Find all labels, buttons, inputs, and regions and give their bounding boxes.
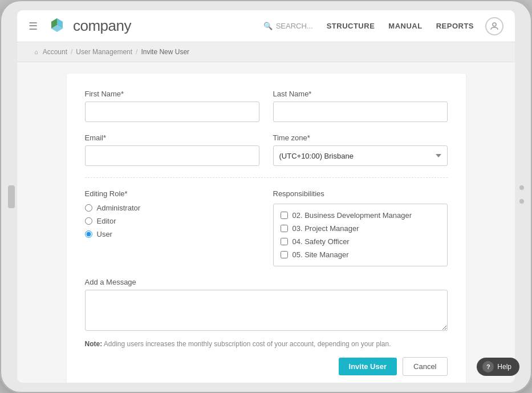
last-name-label: Last Name* bbox=[273, 90, 448, 98]
responsibility-2[interactable]: 04. Safety Officer bbox=[278, 235, 442, 248]
email-input[interactable] bbox=[85, 145, 259, 166]
responsibility-2-label: 04. Safety Officer bbox=[293, 237, 350, 246]
editing-role-section: Editing Role* Administrator Editor bbox=[85, 189, 259, 266]
company-logo bbox=[47, 16, 67, 37]
timezone-group: Time zone* (UTC+10:00) Brisbane (UTC+10:… bbox=[273, 133, 448, 166]
home-icon: ⌂ bbox=[34, 48, 38, 55]
name-row: First Name* Last Name* bbox=[85, 90, 448, 122]
role-administrator-input[interactable] bbox=[85, 204, 92, 212]
message-section: Add a Message bbox=[85, 278, 448, 331]
role-administrator-label: Administrator bbox=[97, 204, 141, 212]
email-timezone-row: Email* Time zone* (UTC+10:00) Brisbane (… bbox=[85, 133, 448, 166]
breadcrumb: ⌂ Account / User Management / Invite New… bbox=[17, 42, 515, 62]
email-label: Email* bbox=[85, 133, 259, 142]
help-label: Help bbox=[497, 363, 511, 371]
form-card: First Name* Last Name* Email* T bbox=[67, 74, 466, 383]
nav-reports[interactable]: REPORTS bbox=[431, 19, 480, 33]
breadcrumb-sep-1: / bbox=[71, 48, 72, 56]
editing-role-title: Editing Role* bbox=[85, 189, 259, 198]
role-administrator[interactable]: Administrator bbox=[85, 204, 259, 212]
breadcrumb-current: Invite New User bbox=[141, 48, 189, 56]
cancel-button[interactable]: Cancel bbox=[403, 357, 447, 376]
search-label: SEARCH... bbox=[276, 22, 313, 30]
role-editor[interactable]: Editor bbox=[85, 217, 259, 225]
note-bold: Note: bbox=[85, 340, 103, 348]
section-divider bbox=[85, 177, 448, 178]
main-content: First Name* Last Name* Email* T bbox=[17, 62, 515, 383]
user-icon bbox=[490, 22, 499, 31]
responsibility-3-label: 05. Site Manager bbox=[293, 250, 349, 259]
message-group: Add a Message bbox=[85, 278, 448, 331]
responsibility-0-checkbox[interactable] bbox=[281, 212, 288, 219]
role-responsibilities-row: Editing Role* Administrator Editor bbox=[85, 189, 448, 266]
responsibilities-section: Responsibilities 02. Business Developmen… bbox=[273, 189, 448, 266]
note-content: Adding users increases the monthly subsc… bbox=[104, 340, 391, 348]
role-user-label: User bbox=[97, 230, 112, 238]
logo-area: company bbox=[47, 16, 131, 37]
menu-icon[interactable]: ☰ bbox=[29, 20, 38, 33]
timezone-select[interactable]: (UTC+10:00) Brisbane (UTC+10:00) Sydney … bbox=[273, 145, 448, 166]
form-actions: Invite User Cancel bbox=[85, 357, 448, 376]
nav-manual[interactable]: MANUAL bbox=[383, 19, 428, 33]
message-label: Add a Message bbox=[85, 278, 448, 286]
tablet-right-button-1[interactable] bbox=[519, 185, 524, 190]
screen: ☰ company 🔍 SEARCH... STRUCTURE MANUAL R… bbox=[17, 10, 515, 383]
user-menu-button[interactable] bbox=[485, 17, 503, 35]
note-area: Note: Adding users increases the monthly… bbox=[85, 340, 448, 348]
breadcrumb-user-management[interactable]: User Management bbox=[76, 48, 132, 56]
tablet-side-button[interactable] bbox=[8, 185, 15, 208]
responsibility-1[interactable]: 03. Project Manager bbox=[278, 222, 442, 235]
responsibilities-title: Responsibilities bbox=[273, 189, 448, 198]
role-editor-input[interactable] bbox=[85, 217, 92, 225]
responsibility-3[interactable]: 05. Site Manager bbox=[278, 248, 442, 261]
last-name-group: Last Name* bbox=[273, 90, 448, 122]
help-button[interactable]: ? Help bbox=[477, 358, 519, 376]
first-name-label: First Name* bbox=[85, 90, 259, 98]
role-user-input[interactable] bbox=[85, 230, 92, 238]
search-icon: 🔍 bbox=[263, 22, 273, 30]
responsibility-0-label: 02. Business Development Manager bbox=[293, 211, 412, 220]
email-group: Email* bbox=[85, 133, 259, 166]
tablet-frame: ☰ company 🔍 SEARCH... STRUCTURE MANUAL R… bbox=[0, 0, 532, 393]
responsibilities-list: 02. Business Development Manager 03. Pro… bbox=[273, 204, 448, 266]
responsibility-3-checkbox[interactable] bbox=[281, 251, 288, 258]
role-editor-label: Editor bbox=[97, 217, 116, 225]
nav-structure[interactable]: STRUCTURE bbox=[321, 19, 381, 33]
header-nav: 🔍 SEARCH... STRUCTURE MANUAL REPORTS bbox=[131, 17, 503, 35]
responsibility-1-label: 03. Project Manager bbox=[293, 224, 359, 233]
responsibility-0[interactable]: 02. Business Development Manager bbox=[278, 209, 442, 222]
first-name-group: First Name* bbox=[85, 90, 259, 122]
help-icon: ? bbox=[482, 361, 494, 372]
timezone-label: Time zone* bbox=[273, 133, 448, 142]
message-textarea[interactable] bbox=[85, 290, 448, 331]
header: ☰ company 🔍 SEARCH... STRUCTURE MANUAL R… bbox=[17, 10, 515, 42]
breadcrumb-account[interactable]: Account bbox=[43, 48, 67, 56]
last-name-input[interactable] bbox=[273, 102, 448, 122]
search-area[interactable]: 🔍 SEARCH... bbox=[263, 22, 313, 30]
first-name-input[interactable] bbox=[85, 102, 259, 122]
role-user[interactable]: User bbox=[85, 230, 259, 238]
breadcrumb-sep-2: / bbox=[136, 48, 137, 56]
company-name: company bbox=[73, 17, 131, 35]
svg-point-0 bbox=[493, 23, 496, 26]
radio-group: Administrator Editor User bbox=[85, 204, 259, 238]
responsibility-2-checkbox[interactable] bbox=[281, 238, 288, 245]
responsibility-1-checkbox[interactable] bbox=[281, 225, 288, 232]
invite-user-button[interactable]: Invite User bbox=[339, 358, 397, 375]
tablet-right-button-2[interactable] bbox=[519, 199, 524, 204]
